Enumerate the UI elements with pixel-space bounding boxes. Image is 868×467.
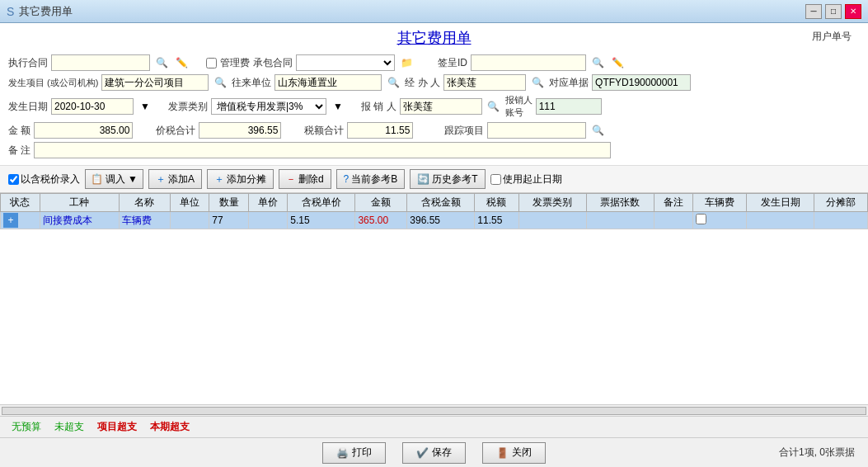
attach-contract-folder-icon[interactable]: 📁	[398, 54, 415, 71]
adjust-dropdown-icon[interactable]: ▼	[128, 173, 138, 185]
to-unit-search-icon[interactable]: 🔍	[385, 74, 401, 91]
th-name: 名称	[119, 194, 170, 212]
to-unit-label: 往来单位	[232, 76, 271, 90]
bottom-bar: 🖨️ 打印 ✔️ 保存 🚪 关闭 合计1项, 0张票据	[0, 437, 868, 467]
add-icon: ＋	[156, 172, 166, 186]
print-icon: 🖨️	[336, 447, 349, 459]
th-unit: 单位	[170, 194, 209, 212]
page-title: 其它费用单	[397, 30, 472, 46]
delete-icon: －	[286, 172, 296, 186]
exec-contract-input[interactable]	[51, 54, 150, 71]
close-icon: 🚪	[496, 447, 509, 459]
tax-inc-amount-input[interactable]	[199, 122, 281, 139]
th-vehicle-fee: 车辆费	[693, 194, 747, 212]
current-ref-button[interactable]: ? 当前参考B	[336, 169, 406, 189]
exec-contract-label: 执行合同	[8, 56, 48, 70]
horizontal-scrollbar[interactable]	[2, 407, 866, 415]
th-invoice-type: 发票类别	[518, 194, 586, 212]
th-work-type: 工种	[40, 194, 119, 212]
not-over-status: 未超支	[51, 419, 87, 435]
correspond-label: 对应单据	[549, 76, 589, 90]
table-area: 状态 工种 名称 单位 数量 单价 含税单价 金额 含税金额 税额 发票类别 票…	[0, 193, 868, 404]
th-tax-price: 含税单价	[288, 194, 355, 212]
sign-label: 签呈ID	[438, 56, 467, 70]
biz-person-input[interactable]	[443, 74, 526, 91]
history-ref-button[interactable]: 🔄 历史参考T	[410, 169, 485, 189]
history-ref-icon: 🔄	[417, 173, 429, 185]
delete-button[interactable]: － 删除d	[279, 169, 331, 189]
use-date-checkbox[interactable]	[490, 174, 501, 185]
invoice-type-select[interactable]: 增值税专用发票|3%	[211, 98, 326, 115]
to-unit-input[interactable]	[274, 74, 382, 91]
correspond-input	[592, 74, 691, 91]
project-search-icon[interactable]: 🔍	[212, 74, 228, 91]
month-over-status: 本期超支	[147, 419, 193, 435]
sign-input[interactable]	[471, 54, 586, 71]
user-info: 用户单号	[812, 30, 852, 44]
table-header-row: 状态 工种 名称 单位 数量 单价 含税单价 金额 含税金额 税额 发票类别 票…	[1, 194, 868, 212]
row-add-button[interactable]: +	[3, 213, 18, 228]
reporter-input[interactable]	[400, 98, 482, 115]
reporter-label: 报 销 人	[361, 100, 396, 114]
date-calendar-icon[interactable]: ▼	[137, 98, 153, 115]
report-num-label: 报销人账号	[505, 94, 533, 119]
print-button[interactable]: 🖨️ 打印	[322, 442, 386, 464]
th-invoice-count: 票据张数	[586, 194, 654, 212]
exec-contract-search-icon[interactable]: 🔍	[153, 54, 170, 71]
reporter-search-icon[interactable]: 🔍	[486, 98, 502, 115]
th-tax-val: 税额	[475, 194, 518, 212]
title-bar: S 其它费用单 ─ □ ✕	[0, 0, 868, 23]
sign-edit-icon[interactable]: ✏️	[609, 54, 626, 71]
page-title-bar: 其它费用单 用户单号	[0, 23, 868, 51]
amount-label: 金 额	[8, 124, 30, 138]
track-project-label: 跟踪项目	[444, 124, 484, 138]
attach-contract-label: 承包合同	[253, 56, 293, 70]
tax-amount-label: 税额合计	[304, 124, 344, 138]
th-status: 状态	[1, 194, 40, 212]
form-row-1: 执行合同 🔍 ✏️ 管理费 承包合同 📁 签呈ID 🔍 ✏️	[8, 54, 860, 71]
date-input[interactable]	[51, 98, 134, 115]
tax-include-checkbox[interactable]	[8, 174, 19, 185]
manage-fee-checkbox[interactable]	[206, 58, 217, 68]
no-budget-status: 无预算	[8, 419, 45, 435]
form-row-5: 备 注	[8, 142, 860, 158]
project-over-status: 项目超支	[94, 419, 140, 435]
th-split: 分摊部	[814, 194, 868, 212]
tax-inc-amount-label: 价税合计	[156, 124, 195, 138]
biz-person-search-icon[interactable]: 🔍	[529, 74, 546, 91]
scrollbar-area	[0, 404, 868, 416]
minimize-button[interactable]: ─	[805, 4, 822, 19]
project-input[interactable]	[101, 74, 209, 91]
form-row-3: 发生日期 ▼ 发票类别 增值税专用发票|3% ▼ 报 销 人 🔍 报销人账号	[8, 94, 860, 119]
use-date-label[interactable]: 使用起止日期	[490, 172, 562, 186]
total-info: 合计1项, 0张票据	[779, 446, 855, 460]
th-remark: 备注	[654, 194, 693, 212]
tax-include-label[interactable]: 以含税价录入	[8, 172, 80, 186]
table-row[interactable]: +间接费成本车辆费775.15365.00396.5511.55	[1, 212, 868, 229]
current-ref-icon: ?	[344, 173, 350, 185]
save-button[interactable]: ✔️ 保存	[402, 442, 466, 464]
close-window-button[interactable]: 🚪 关闭	[482, 442, 546, 464]
amount-input[interactable]	[34, 122, 133, 139]
invoice-type-chevron-icon[interactable]: ▼	[330, 98, 346, 115]
track-project-search-icon[interactable]: 🔍	[589, 122, 606, 139]
date-label: 发生日期	[8, 100, 48, 114]
th-amount: 金额	[355, 194, 407, 212]
exec-contract-edit-icon[interactable]: ✏️	[173, 54, 190, 71]
track-project-input[interactable]	[487, 122, 586, 139]
close-button[interactable]: ✕	[845, 4, 861, 19]
app-icon: S	[7, 5, 14, 18]
vehicle-fee-checkbox[interactable]	[696, 214, 706, 224]
add-button[interactable]: ＋ 添加A	[148, 169, 202, 189]
maximize-button[interactable]: □	[825, 4, 842, 19]
adjust-button[interactable]: 📋 调入 ▼	[85, 169, 143, 189]
sign-search-icon[interactable]: 🔍	[589, 54, 606, 71]
attach-contract-select[interactable]	[296, 54, 395, 71]
th-qty: 数量	[209, 194, 249, 212]
add-split-button[interactable]: ＋ 添加分摊	[207, 169, 274, 189]
remark-input[interactable]	[34, 142, 611, 158]
remark-label: 备 注	[8, 144, 30, 158]
data-table: 状态 工种 名称 单位 数量 单价 含税单价 金额 含税金额 税额 发票类别 票…	[0, 193, 868, 229]
toolbar: 以含税价录入 📋 调入 ▼ ＋ 添加A ＋ 添加分摊 － 删除d ? 当前参考B…	[0, 166, 868, 193]
tax-amount-input[interactable]	[347, 122, 413, 139]
